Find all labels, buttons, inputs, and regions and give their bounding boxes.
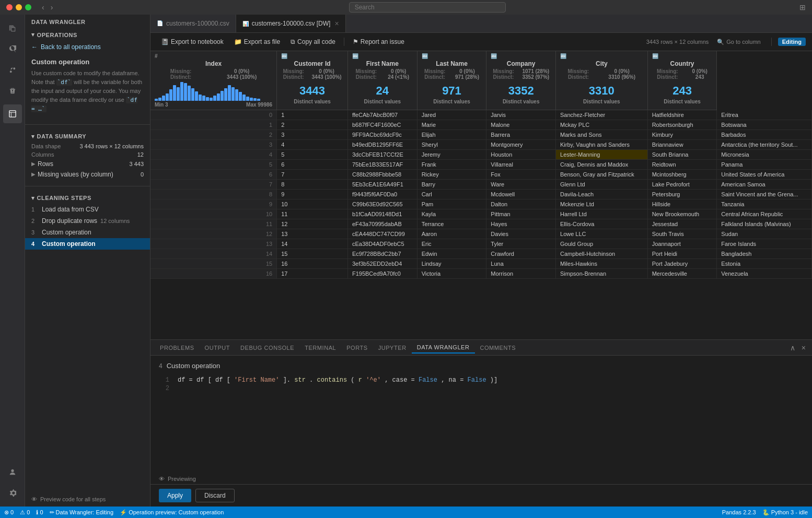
panel-expand-button[interactable]: ∧ bbox=[788, 343, 797, 353]
col-header-company[interactable]: 🔤 Company Missing:1071 (28%) Distinct:33… bbox=[486, 51, 556, 110]
table-row[interactable]: 12b687fFC4F1600eCMarieMaloneMckay PLCRob… bbox=[150, 120, 812, 130]
table-row[interactable]: 01ffeCAb7AbcB0f07JaredJarvisSanchez-Flet… bbox=[150, 110, 812, 120]
panel-content: 4 Custom operation 1 df = df [ df [ bbox=[150, 356, 812, 474]
table-row[interactable]: 239FF9ACbc69dcF9cElijahBarreraMarks and … bbox=[150, 130, 812, 140]
table-cell: Briannaview bbox=[647, 140, 717, 150]
table-row[interactable]: 785Eb3cEA1E6A49F1BarryWareGlenn LtdLake … bbox=[150, 180, 812, 190]
distinct-count-city: 3310 bbox=[556, 81, 647, 99]
table-cell: Hayes bbox=[486, 219, 556, 229]
tab-output[interactable]: OUTPUT bbox=[200, 343, 236, 353]
forward-nav-button[interactable]: › bbox=[49, 2, 55, 13]
type-icon-string-3: 🔤 bbox=[422, 53, 428, 59]
discard-button[interactable]: Discard bbox=[195, 489, 235, 502]
tab-ports[interactable]: PORTS bbox=[341, 343, 373, 353]
table-row[interactable]: 15163ef3b52EDD2ebD4LindsayLunaMiles-Hawk… bbox=[150, 259, 812, 269]
search-icon[interactable] bbox=[3, 40, 22, 58]
table-row[interactable]: 67C88b2988Fbbbe58RickeyFoxBenson, Gray a… bbox=[150, 170, 812, 180]
export-notebook-button[interactable]: 📓 Export to notebook bbox=[157, 37, 228, 47]
table-row[interactable]: 1213cEA448DC747CD99AaronDaviesLowe LLCSo… bbox=[150, 229, 812, 239]
missing-values-item[interactable]: ▶ Missing values (by column) 0 bbox=[25, 169, 150, 180]
report-issue-button[interactable]: ⚑ Report an issue bbox=[349, 37, 409, 47]
minimize-button[interactable] bbox=[16, 4, 22, 10]
extensions-icon[interactable] bbox=[3, 81, 22, 100]
tab-dw[interactable]: 📊 customers-100000.csv [DW] × bbox=[236, 15, 346, 32]
table-row[interactable]: 5675bEe1B33E517AFFrankVillarrealCraig, D… bbox=[150, 160, 812, 170]
table-cell: Sheryl bbox=[417, 140, 486, 150]
source-control-icon[interactable] bbox=[3, 61, 22, 79]
chart-bar bbox=[224, 88, 227, 101]
table-cell: 15 bbox=[277, 249, 348, 259]
settings-icon[interactable] bbox=[3, 484, 22, 502]
table-cell: Benson, Gray and Fitzpatrick bbox=[556, 170, 648, 180]
table-row[interactable]: 1112eF43a70995dabABTerranceHayesEllis-Co… bbox=[150, 219, 812, 229]
close-button[interactable] bbox=[6, 4, 13, 10]
step-1[interactable]: 1 Load data from CSV bbox=[25, 204, 150, 215]
status-info[interactable]: ℹ 0 bbox=[36, 509, 43, 516]
step-3[interactable]: 3 Custom operation bbox=[25, 227, 150, 238]
back-nav-button[interactable]: ‹ bbox=[40, 2, 47, 13]
data-wrangler-icon[interactable] bbox=[3, 104, 22, 123]
table-cell: Glenn Ltd bbox=[556, 180, 648, 190]
tab-debug-console[interactable]: DEBUG CONSOLE bbox=[235, 343, 299, 353]
window-controls bbox=[6, 4, 31, 10]
type-icon-string-5: 🔤 bbox=[560, 53, 566, 59]
step-4-active[interactable]: 4 Custom operation bbox=[25, 238, 150, 250]
tab-csv[interactable]: 📄 customers-100000.csv bbox=[150, 15, 236, 32]
tab-data-wrangler[interactable]: DATA WRANGLER bbox=[412, 342, 475, 354]
layout-icon[interactable]: ⊞ bbox=[799, 3, 806, 11]
explorer-icon[interactable] bbox=[3, 19, 22, 38]
table-row[interactable]: 34b49edDB1295FF6ESherylMontgomeryKirby, … bbox=[150, 140, 812, 150]
tab-problems[interactable]: PROBLEMS bbox=[155, 343, 200, 353]
status-errors[interactable]: ⊗ 0 bbox=[4, 509, 14, 516]
col-header-customer-id[interactable]: 🔤 Customer Id Missing:0 (0%) Distinct:34… bbox=[277, 51, 348, 110]
table-row[interactable]: 1617F195BCed9A70fc0VictoriaMorrisonSimps… bbox=[150, 269, 812, 279]
apply-button[interactable]: Apply bbox=[159, 489, 191, 502]
table-row[interactable]: 1415Ec9f728BBdC2bb7EdwinCrawfordCampbell… bbox=[150, 249, 812, 259]
col-header-city[interactable]: 🔤 City Missing:0 (0%) Distinct:3310 (96%… bbox=[556, 51, 648, 110]
table-cell: 9 bbox=[150, 199, 277, 209]
col-header-index[interactable]: # Index Missing:0 (0%) Distinct:3443 (10… bbox=[150, 51, 277, 110]
table-cell: Crawford bbox=[486, 249, 556, 259]
col-header-last-name[interactable]: 🔤 Last Name Missing:0 (0%) Distinct:971 … bbox=[417, 51, 486, 110]
table-row[interactable]: 1011b1fCaAD09148Dd1KaylaPittmanHarrell L… bbox=[150, 209, 812, 219]
status-python[interactable]: 🐍 Python 3 - idle bbox=[762, 509, 808, 516]
type-icon-index: # bbox=[155, 53, 158, 59]
table-body: 01ffeCAb7AbcB0f07JaredJarvisSanchez-Flet… bbox=[150, 110, 812, 279]
account-icon[interactable] bbox=[3, 463, 22, 481]
tab-jupyter[interactable]: JUPYTER bbox=[373, 343, 412, 353]
tab-dw-close[interactable]: × bbox=[334, 19, 339, 28]
table-cell: 14 bbox=[277, 239, 348, 249]
table-row[interactable]: 1314cEa38D4ADF0ebC5EricTylerGould GroupJ… bbox=[150, 239, 812, 249]
tab-comments[interactable]: COMMENTS bbox=[475, 343, 521, 353]
search-bar[interactable] bbox=[59, 2, 795, 13]
table-cell: American Samoa bbox=[717, 180, 812, 190]
tab-terminal[interactable]: TERMINAL bbox=[299, 343, 341, 353]
col-header-first-name[interactable]: 🔤 First Name Missing:0 (0%) Distinct:24 … bbox=[347, 51, 417, 110]
table-row[interactable]: 910C99b63E0d92C565PamDaltonMckenzie LtdH… bbox=[150, 199, 812, 209]
back-to-operations-link[interactable]: ← Back to all operations bbox=[25, 40, 150, 54]
status-warnings[interactable]: ⚠ 0 bbox=[20, 509, 30, 516]
table-cell: Miles-Hawkins bbox=[556, 259, 648, 269]
preview-code-footer[interactable]: 👁 Preview code for all steps bbox=[25, 492, 150, 507]
table-cell: 2 bbox=[150, 130, 277, 140]
status-pandas[interactable]: Pandas 2.2.3 bbox=[722, 509, 756, 516]
custom-op-desc: Use custom code to modify the dataframe.… bbox=[31, 69, 144, 114]
table-cell: 5 bbox=[150, 160, 277, 170]
go-to-column-button[interactable]: 🔍 Go to column bbox=[713, 38, 764, 46]
step-2[interactable]: 2 Drop duplicate rows 12 columns bbox=[25, 215, 150, 227]
panel-close-button[interactable]: × bbox=[799, 343, 808, 353]
table-row[interactable]: 453dcCbFEB17CCf2EJeremyHoustonLester-Man… bbox=[150, 150, 812, 160]
table-row[interactable]: 89f9443f5f6AF0Da0CarlMcdowellDavila-Leac… bbox=[150, 190, 812, 199]
table-cell: South Brianna bbox=[647, 150, 717, 160]
rows-item[interactable]: ▶ Rows 3 443 bbox=[25, 159, 150, 169]
copy-code-button[interactable]: ⧉ Copy all code bbox=[286, 37, 340, 47]
code-editor[interactable]: 1 df = df [ df [ 'First Name' ]. str . bbox=[150, 374, 812, 395]
table-cell: Barbados bbox=[717, 130, 812, 140]
col-header-country[interactable]: 🔤 Country Missing:0 (0%) Distinct:243 24… bbox=[647, 51, 717, 110]
data-table-area: # Index Missing:0 (0%) Distinct:3443 (10… bbox=[150, 51, 812, 339]
table-cell: Eritrea bbox=[717, 110, 812, 120]
search-input[interactable] bbox=[349, 2, 506, 13]
table-cell: Victoria bbox=[417, 269, 486, 279]
maximize-button[interactable] bbox=[25, 4, 31, 10]
export-file-button[interactable]: 📁 Export as file bbox=[230, 37, 284, 47]
